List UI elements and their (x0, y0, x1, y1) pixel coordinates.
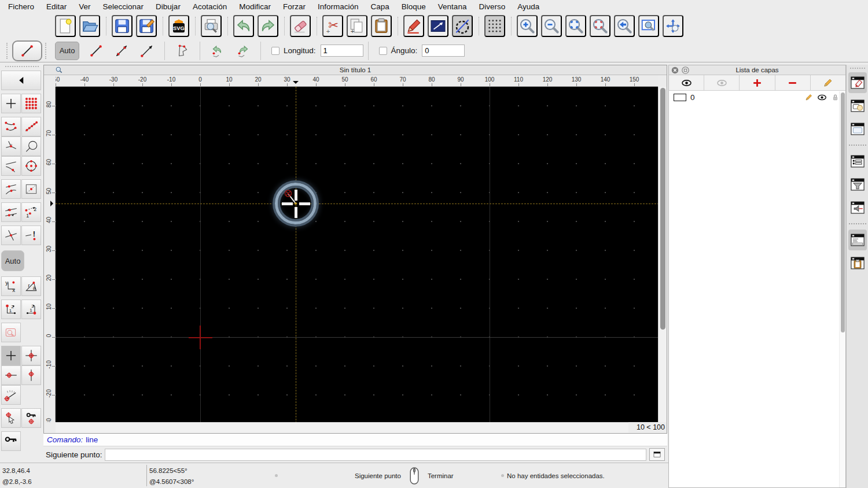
svg-export-button[interactable]: SVG (168, 15, 189, 37)
unlock-relative-zero-button[interactable] (1, 431, 21, 451)
layer-color-swatch[interactable] (674, 94, 686, 101)
menu-informacion[interactable]: Información (318, 2, 359, 11)
menu-capa[interactable]: Capa (371, 2, 389, 11)
drawing-canvas[interactable] (56, 87, 659, 423)
menu-bloque[interactable]: Bloque (402, 2, 426, 11)
remove-layer-button[interactable] (775, 75, 811, 90)
redo-sequence-button[interactable] (230, 40, 256, 61)
toolbar-drag-handle[interactable] (45, 43, 48, 59)
draw-circle-button[interactable] (452, 15, 473, 37)
snap-on-entity-button[interactable] (21, 117, 41, 136)
canvas-vertical-scrollbar[interactable] (658, 87, 667, 422)
hide-all-layers-button[interactable] (704, 75, 740, 90)
command-input[interactable] (105, 449, 646, 461)
entity-list-widget-button[interactable] (848, 151, 867, 172)
grid-toggle-button[interactable] (484, 15, 505, 37)
longitud-checkbox[interactable] (271, 47, 279, 55)
line-two-points-button[interactable] (83, 40, 109, 61)
zoom-out-button[interactable] (541, 15, 562, 37)
zoom-auto-button[interactable] (565, 15, 586, 37)
snap-relative-zero-button[interactable] (21, 346, 41, 365)
menu-ventana[interactable]: Ventana (438, 2, 467, 11)
command-window-toggle-button[interactable] (649, 448, 665, 461)
undo-button[interactable] (233, 15, 254, 37)
panel-undock-button[interactable] (682, 66, 689, 74)
layers-panel-titlebar[interactable]: Lista de capas (669, 65, 845, 75)
restrict-parallel-button[interactable] (1, 202, 21, 222)
snap-grid-button[interactable] (21, 94, 41, 113)
angle-gauge-button[interactable] (1, 385, 21, 405)
relative-zero-2-button[interactable]: 12 (21, 300, 41, 319)
add-layer-button[interactable] (740, 75, 775, 90)
layers-scrollbar-thumb[interactable] (841, 93, 845, 332)
zoom-back-button[interactable] (614, 15, 635, 37)
open-file-button[interactable] (79, 15, 100, 37)
paste-button[interactable] (371, 15, 392, 37)
snap-distance-button[interactable]: 21 (21, 202, 41, 222)
eraser-button[interactable] (290, 15, 311, 37)
snap-reference-button[interactable] (21, 136, 41, 156)
panel-close-button[interactable] (671, 66, 679, 74)
menu-forzar[interactable]: Forzar (283, 2, 306, 11)
pick-coordinate-button[interactable] (1, 408, 21, 428)
layer-row[interactable]: 0 (669, 91, 845, 104)
select-entities-mode-button[interactable] (1, 323, 21, 342)
lock-relative-zero-button[interactable] (21, 408, 41, 428)
menu-seleccionar[interactable]: Seleccionar (103, 2, 144, 11)
vertical-scrollbar-thumb[interactable] (660, 88, 665, 330)
selection-filter-widget-button[interactable] (848, 174, 867, 195)
snap-tangent-button[interactable] (1, 179, 21, 199)
menu-ver[interactable]: Ver (79, 2, 90, 11)
zoom-in-button[interactable] (517, 15, 538, 37)
edit-layer-button[interactable] (811, 75, 845, 90)
command-line-widget-button[interactable] (848, 230, 867, 250)
snap-nearest-button[interactable] (1, 156, 21, 176)
draw-pen-button[interactable] (403, 15, 424, 37)
relative-zero-1-button[interactable]: 12 (1, 300, 21, 319)
zoom-pan-button[interactable] (663, 15, 683, 37)
coordinates-polar-button[interactable]: ra (21, 276, 41, 296)
polyline-close-button[interactable] (170, 40, 195, 61)
angulo-checkbox[interactable] (379, 47, 387, 55)
menu-fichero[interactable]: Fichero (8, 2, 34, 11)
line-arrow-end-button[interactable] (134, 40, 160, 61)
restrict-vertical-button[interactable] (21, 365, 41, 385)
menu-diverso[interactable]: Diverso (479, 2, 505, 11)
menu-dibujar[interactable]: Dibujar (156, 2, 181, 11)
redo-button[interactable] (258, 15, 278, 37)
menu-modificar[interactable]: Modificar (239, 2, 271, 11)
layer-name[interactable]: 0 (690, 93, 800, 102)
cut-button[interactable]: ✂+ (322, 15, 343, 37)
snap-intersection-button[interactable] (1, 225, 21, 245)
notification-widget-button[interactable] (848, 197, 867, 218)
toolbar-drag-handle[interactable] (6, 43, 9, 59)
show-all-layers-button[interactable] (669, 75, 704, 90)
block-list-widget-button[interactable] (848, 95, 867, 116)
library-browser-widget-button[interactable] (848, 119, 867, 139)
line-attributes-button[interactable] (428, 15, 448, 37)
layer-edit-pencil-icon[interactable] (804, 93, 813, 102)
canvas-horizontal-scrollbar[interactable] (56, 422, 628, 433)
menu-editar[interactable]: Editar (46, 2, 67, 11)
coordinates-cartesian-button[interactable]: yx (1, 276, 21, 296)
set-relative-zero-button[interactable] (1, 346, 21, 365)
restrict-horizontal-button[interactable] (1, 365, 21, 385)
document-titlebar[interactable]: Sin título 1 (44, 65, 667, 75)
clipboard-widget-button[interactable] (848, 253, 867, 273)
zoom-window-button[interactable] (638, 15, 659, 37)
zoom-previous-button[interactable] (590, 15, 610, 37)
snap-perpendicular-button[interactable] (1, 136, 21, 156)
undo-sequence-button[interactable] (205, 40, 230, 61)
dock-drag-handle[interactable] (850, 68, 865, 69)
menu-acotacion[interactable]: Acotación (193, 2, 227, 11)
save-as-button[interactable] (136, 15, 157, 37)
collapse-sidebar-button[interactable] (1, 71, 41, 90)
snap-endpoint-button[interactable] (1, 117, 21, 136)
save-button[interactable] (112, 15, 133, 37)
longitud-input[interactable] (321, 45, 363, 57)
copy-button[interactable]: + (347, 15, 367, 37)
layer-lock-icon[interactable] (831, 93, 840, 102)
auto-snap-button[interactable]: Auto (55, 42, 79, 60)
menu-ayuda[interactable]: Ayuda (517, 2, 539, 11)
line-tool-current-button[interactable] (12, 40, 42, 61)
